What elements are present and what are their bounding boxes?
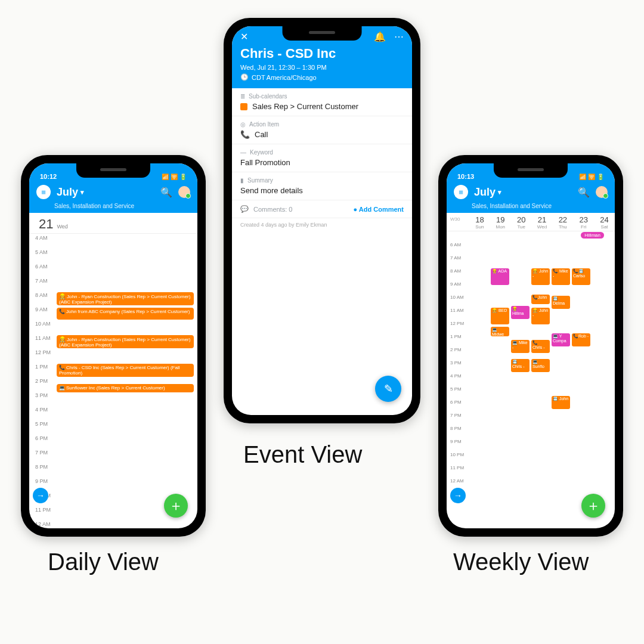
- hour-label: 4 AM: [35, 235, 48, 241]
- calendar-event[interactable]: 👷 John -: [531, 268, 550, 285]
- calendar-event[interactable]: 👷 Hillma: [511, 306, 530, 319]
- hour-label: 1 PM: [35, 364, 48, 370]
- clock-icon: 🕒: [240, 73, 249, 81]
- allday-pill[interactable]: Hillman: [581, 232, 604, 239]
- screen-weekly: 10:13 📶 🛜 🔋 ≡ July▾ 🔍 Sales, Installatio…: [447, 163, 615, 528]
- hour-label: 11 PM: [450, 465, 464, 470]
- hour-label: 10 AM: [450, 295, 464, 300]
- speaker: [309, 31, 335, 34]
- calendar-event[interactable]: John from ABC Company (Sales Rep > Curre…: [57, 308, 194, 320]
- week-day-col[interactable]: 20Tue: [511, 215, 532, 230]
- chevron-down-icon: ▾: [498, 188, 501, 196]
- event-timezone: 🕒CDT America/Chicago: [240, 73, 404, 81]
- calendar-event[interactable]: 📞 Mike -: [552, 268, 570, 285]
- week-day-col[interactable]: 23Fri: [573, 215, 594, 230]
- menu-icon[interactable]: ≡: [36, 185, 51, 199]
- list-icon: ≣: [240, 93, 245, 100]
- phone-daily: 10:12 📶 🛜 🔋 ≡ July▾ 🔍 Sales, Installatio…: [21, 155, 206, 537]
- search-icon[interactable]: 🔍: [160, 187, 172, 198]
- hour-label: 5 PM: [450, 386, 462, 392]
- avatar[interactable]: [596, 186, 608, 198]
- hour-label: 1 PM: [450, 334, 462, 339]
- day-number: 21: [39, 216, 53, 232]
- today-button[interactable]: →: [450, 488, 466, 503]
- today-button[interactable]: →: [33, 488, 48, 503]
- status-time: 10:13: [457, 173, 474, 180]
- menu-icon[interactable]: ≡: [454, 185, 468, 199]
- hour-label: 5 PM: [35, 421, 48, 427]
- avatar[interactable]: [178, 186, 190, 198]
- calendar-event[interactable]: 💻 Y Compa: [552, 333, 570, 346]
- calendar-event[interactable]: John - Ryan Construction (Sales Rep > Cu…: [57, 292, 194, 305]
- daily-timeline[interactable]: 4 AM5 AM6 AM7 AM8 AM9 AM10 AM11 AM12 PM1…: [29, 234, 197, 528]
- hour-label: 12 PM: [450, 321, 464, 326]
- hour-label: 10 AM: [35, 321, 51, 327]
- target-icon: ◎: [240, 121, 246, 128]
- section-keyword: —Keyword Fall Promotion: [232, 144, 412, 172]
- hour-label: 8 AM: [450, 268, 461, 274]
- speaker: [100, 168, 126, 171]
- week-day-col[interactable]: 22Thu: [552, 215, 573, 230]
- hour-label: 6 AM: [450, 242, 461, 247]
- status-time: 10:12: [40, 173, 57, 180]
- calendar-event[interactable]: 📞Rob -: [572, 333, 590, 346]
- calendar-event[interactable]: 📞John: [531, 295, 550, 304]
- event-title: Chris - CSD Inc: [240, 46, 404, 61]
- hour-label: 8 PM: [450, 426, 462, 431]
- calendar-event[interactable]: 👷 BED: [491, 308, 509, 324]
- note-icon: ▮: [240, 177, 244, 184]
- calendar-event[interactable]: John - Ryan Construction (Sales Rep > Cu…: [57, 335, 194, 348]
- caption-weekly: Weekly View: [453, 549, 589, 575]
- calendar-subtitle: Sales, Installation and Service: [447, 203, 615, 213]
- edit-button[interactable]: ✎: [375, 376, 401, 402]
- hour-label: 9 PM: [450, 439, 462, 444]
- add-event-button[interactable]: ＋: [164, 494, 188, 518]
- hour-label: 7 AM: [450, 255, 461, 261]
- calendar-event[interactable]: 👷 John -: [531, 308, 550, 324]
- speaker: [518, 168, 544, 171]
- month-picker[interactable]: July▾: [57, 186, 154, 199]
- hour-label: 9 AM: [35, 306, 48, 312]
- weekly-grid[interactable]: 6 AM7 AM8 AM9 AM10 AM11 AM12 PM1 PM2 PM3…: [447, 241, 615, 528]
- calendar-event[interactable]: Sunflower Inc (Sales Rep > Current Custo…: [57, 384, 194, 392]
- phone-icon: 📞: [240, 130, 250, 139]
- hour-label: 5 AM: [35, 249, 48, 255]
- calendar-event[interactable]: 💻 Mike -: [511, 340, 530, 353]
- hour-label: 6 AM: [35, 264, 48, 270]
- search-icon[interactable]: 🔍: [578, 187, 590, 198]
- calendar-event[interactable]: 📇 John: [552, 396, 570, 409]
- section-action: ◎Action Item 📞Call: [232, 116, 412, 144]
- hour-label: 7 PM: [450, 413, 462, 418]
- calendar-event[interactable]: 📞📇 Carlso: [572, 268, 590, 285]
- calendar-event[interactable]: Chris - CSD Inc (Sales Rep > Current Cus…: [57, 364, 194, 377]
- hour-label: 11 PM: [35, 507, 51, 513]
- section-comments: 💬Comments: 0 ● Add Comment: [232, 200, 412, 218]
- hour-label: 3 PM: [35, 392, 48, 398]
- add-comment-button[interactable]: ● Add Comment: [354, 206, 404, 213]
- calendar-event[interactable]: 👷 ADA: [491, 268, 509, 285]
- week-day-col[interactable]: 19Mon: [490, 215, 511, 230]
- hour-label: 6 PM: [35, 435, 48, 441]
- calendar-event[interactable]: 💻 Sunflo: [531, 359, 550, 372]
- calendar-event[interactable]: 📇 Delma: [552, 296, 570, 309]
- week-day-col[interactable]: 18Sun: [469, 215, 490, 230]
- add-event-button[interactable]: ＋: [581, 494, 605, 518]
- month-picker[interactable]: July▾: [474, 186, 572, 199]
- calendar-event[interactable]: 📞 Chris -: [531, 340, 550, 353]
- calendar-event[interactable]: 📇 Chris -: [511, 359, 530, 372]
- calendar-event[interactable]: 💻 Midwe: [491, 327, 509, 336]
- caption-daily: Daily View: [48, 549, 159, 575]
- phone-event: ✕ 🔔 ⋯ Chris - CSD Inc Wed, Jul 21, 12:30…: [224, 18, 420, 423]
- dash-icon: —: [240, 149, 246, 156]
- hour-label: 6 PM: [450, 400, 462, 405]
- bell-icon[interactable]: 🔔: [374, 31, 386, 42]
- hour-label: 7 PM: [35, 450, 48, 456]
- week-day-col[interactable]: 21Wed: [532, 215, 553, 230]
- week-day-col[interactable]: 24Sat: [594, 215, 615, 230]
- hour-label: 2 PM: [35, 378, 48, 384]
- section-summary: ▮Summary Send more details: [232, 172, 412, 200]
- more-icon[interactable]: ⋯: [394, 31, 404, 42]
- close-icon[interactable]: ✕: [240, 31, 248, 42]
- screen-daily: 10:12 📶 🛜 🔋 ≡ July▾ 🔍 Sales, Installatio…: [29, 163, 197, 528]
- hour-label: 10 PM: [450, 452, 464, 457]
